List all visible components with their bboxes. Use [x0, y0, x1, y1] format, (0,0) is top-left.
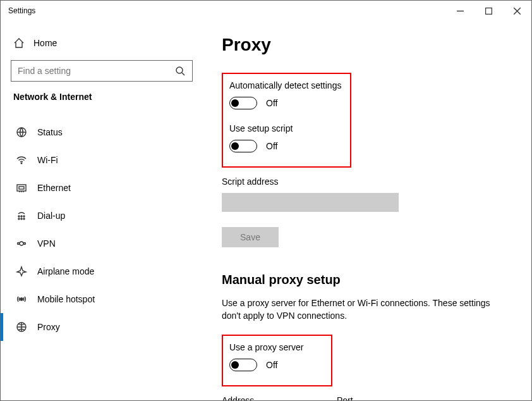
search-icon — [174, 65, 186, 77]
dialup-icon — [16, 210, 27, 221]
sidebar-item-label: Airplane mode — [37, 266, 94, 276]
svg-point-20 — [24, 243, 26, 245]
script-address-input[interactable] — [222, 193, 399, 212]
proxy-icon — [16, 321, 27, 333]
airplane-icon — [16, 266, 27, 277]
use-proxy-label: Use a proxy server — [229, 342, 325, 352]
toggle-track — [229, 359, 257, 371]
use-proxy-toggle[interactable]: Off — [229, 359, 325, 371]
sidebar-item-label: Ethernet — [37, 183, 71, 193]
svg-rect-1 — [486, 8, 492, 14]
use-script-toggle[interactable]: Off — [229, 140, 344, 152]
hotspot-icon — [16, 293, 27, 305]
close-button[interactable] — [503, 1, 531, 21]
section-header: Network & Internet — [13, 92, 190, 102]
svg-rect-9 — [19, 187, 24, 189]
toggle-track — [229, 97, 257, 109]
address-label: Address — [222, 395, 325, 400]
status-icon — [16, 126, 27, 138]
settings-window: Settings Home — [0, 0, 532, 401]
window-title: Settings — [8, 6, 35, 15]
svg-line-5 — [182, 73, 184, 75]
svg-point-18 — [23, 218, 25, 219]
nav-list: Status Wi-Fi Ethernet — [11, 118, 193, 341]
sidebar-item-label: Wi-Fi — [37, 155, 58, 165]
port-label: Port — [337, 395, 387, 400]
window-controls — [446, 1, 531, 21]
home-link[interactable]: Home — [11, 34, 193, 55]
toggle-knob — [231, 361, 239, 369]
sidebar-item-wifi[interactable]: Wi-Fi — [1, 146, 193, 174]
use-script-state: Off — [266, 141, 277, 151]
script-address-label: Script address — [222, 176, 512, 187]
search-input[interactable] — [18, 66, 169, 76]
sidebar-item-label: VPN — [37, 238, 56, 249]
content: Home Network & Internet Status — [1, 21, 531, 400]
auto-detect-toggle[interactable]: Off — [229, 97, 344, 109]
maximize-button[interactable] — [475, 1, 503, 21]
home-label: Home — [33, 38, 57, 48]
use-proxy-state: Off — [266, 360, 277, 370]
main-panel: Proxy Automatically detect settings Off … — [203, 21, 531, 400]
ethernet-icon — [16, 182, 27, 194]
svg-point-15 — [23, 216, 25, 217]
toggle-knob — [231, 99, 239, 107]
use-script-label: Use setup script — [229, 123, 344, 133]
sidebar-item-label: Mobile hotspot — [37, 294, 95, 304]
svg-rect-8 — [17, 185, 26, 191]
save-button[interactable]: Save — [222, 227, 279, 247]
vpn-icon — [16, 238, 27, 249]
wifi-icon — [16, 154, 27, 166]
address-col: Address — [222, 395, 325, 400]
sidebar-item-dialup[interactable]: Dial-up — [1, 202, 193, 230]
svg-point-16 — [18, 218, 20, 219]
port-col: Port — [337, 395, 387, 400]
toggle-track — [229, 140, 257, 152]
sidebar-item-ethernet[interactable]: Ethernet — [1, 174, 193, 202]
title-bar: Settings — [1, 1, 531, 21]
home-icon — [13, 37, 25, 49]
sidebar-item-proxy[interactable]: Proxy — [1, 313, 193, 341]
svg-point-14 — [21, 216, 22, 217]
svg-point-13 — [18, 216, 20, 217]
sidebar-item-label: Proxy — [37, 322, 60, 332]
manual-desc: Use a proxy server for Ethernet or Wi-Fi… — [222, 297, 493, 322]
highlight-box-manual: Use a proxy server Off — [222, 335, 332, 386]
svg-point-17 — [21, 218, 22, 219]
highlight-box-auto: Automatically detect settings Off Use se… — [222, 73, 351, 168]
svg-point-4 — [176, 67, 183, 73]
auto-detect-state: Off — [266, 98, 277, 108]
auto-detect-label: Automatically detect settings — [229, 80, 344, 90]
svg-point-19 — [18, 243, 20, 245]
sidebar-item-airplane[interactable]: Airplane mode — [1, 257, 193, 285]
svg-point-21 — [20, 298, 23, 300]
sidebar: Home Network & Internet Status — [1, 21, 203, 400]
minimize-button[interactable] — [446, 1, 475, 21]
address-port-row: Address Port — [222, 395, 512, 400]
sidebar-item-vpn[interactable]: VPN — [1, 230, 193, 257]
sidebar-item-hotspot[interactable]: Mobile hotspot — [1, 285, 193, 313]
sidebar-item-status[interactable]: Status — [1, 118, 193, 146]
sidebar-item-label: Dial-up — [37, 211, 65, 221]
manual-heading: Manual proxy setup — [222, 273, 512, 287]
sidebar-item-label: Status — [37, 127, 63, 137]
search-box[interactable] — [11, 60, 193, 82]
svg-point-7 — [21, 163, 22, 164]
toggle-knob — [231, 142, 239, 150]
page-title: Proxy — [222, 35, 512, 55]
